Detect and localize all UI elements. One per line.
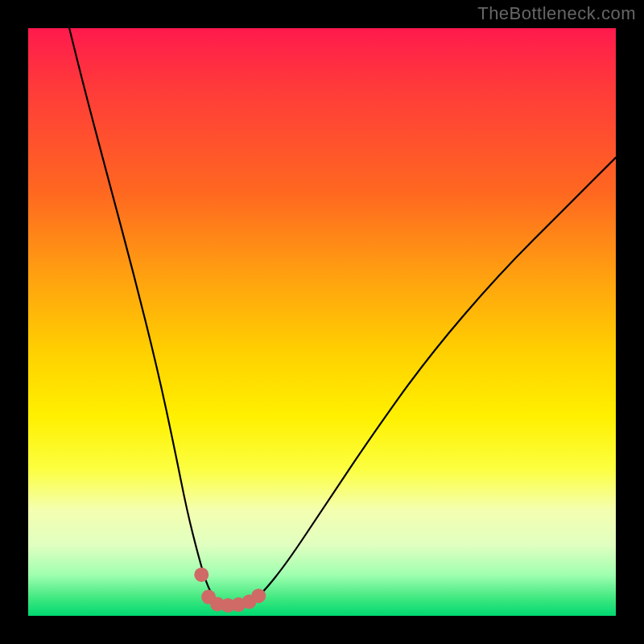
bottleneck-curve (69, 28, 616, 604)
highlight-dot (194, 568, 208, 582)
curve-layer (28, 28, 616, 616)
plot-area (28, 28, 616, 616)
chart-frame: TheBottleneck.com (0, 0, 644, 644)
highlight-dot (251, 588, 266, 603)
highlight-dots (194, 568, 266, 613)
watermark-text: TheBottleneck.com (477, 3, 636, 24)
